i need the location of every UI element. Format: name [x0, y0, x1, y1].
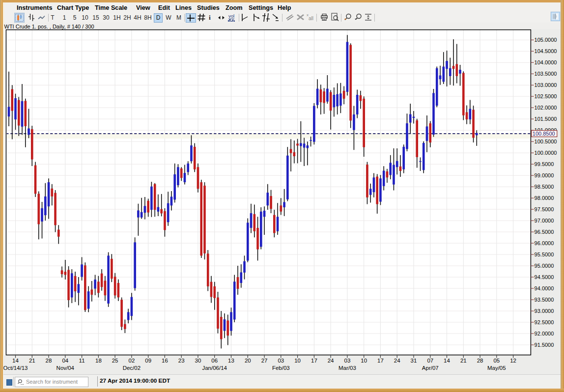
svg-text:07: 07	[427, 358, 433, 364]
svg-text:95.5000: 95.5000	[535, 252, 554, 257]
svg-text:Apr/07: Apr/07	[422, 365, 439, 371]
svg-text:17: 17	[311, 358, 317, 364]
svg-text:100.8500: 100.8500	[533, 131, 555, 137]
svg-text:21: 21	[29, 358, 35, 364]
svg-text:28: 28	[477, 358, 483, 364]
svg-text:96.5000: 96.5000	[535, 229, 554, 235]
svg-text:Jan/06/14: Jan/06/14	[202, 365, 227, 371]
svg-text:92.5000: 92.5000	[535, 319, 554, 325]
svg-text:92.0000: 92.0000	[535, 331, 554, 336]
svg-text:14: 14	[12, 358, 19, 364]
svg-text:95.0000: 95.0000	[535, 263, 554, 269]
svg-text:10: 10	[361, 358, 367, 364]
svg-text:94.5000: 94.5000	[535, 274, 554, 280]
svg-text:Feb/03: Feb/03	[272, 365, 290, 371]
svg-text:93.5000: 93.5000	[535, 297, 554, 303]
svg-text:24: 24	[394, 358, 400, 364]
svg-text:94.0000: 94.0000	[535, 285, 554, 291]
svg-text:103.0000: 103.0000	[535, 82, 557, 88]
svg-text:02: 02	[129, 358, 135, 364]
svg-text:10: 10	[294, 358, 301, 364]
svg-text:99.0000: 99.0000	[535, 172, 554, 178]
svg-text:100.5000: 100.5000	[535, 139, 557, 144]
svg-text:Dec/02: Dec/02	[123, 365, 141, 371]
svg-text:18: 18	[95, 358, 102, 364]
svg-text:98.5000: 98.5000	[535, 184, 554, 190]
svg-text:31: 31	[411, 358, 417, 364]
svg-text:103.5000: 103.5000	[535, 71, 557, 77]
svg-text:97.5000: 97.5000	[535, 206, 554, 212]
svg-text:97.0000: 97.0000	[535, 218, 554, 224]
svg-text:24: 24	[328, 358, 334, 364]
svg-text:09: 09	[145, 358, 151, 364]
svg-text:23: 23	[178, 358, 185, 364]
svg-text:27: 27	[261, 358, 268, 364]
svg-text:104.0000: 104.0000	[535, 59, 557, 65]
svg-text:11: 11	[79, 358, 85, 364]
svg-text:May/05: May/05	[487, 365, 506, 371]
svg-text:28: 28	[46, 358, 52, 364]
svg-text:101.5000: 101.5000	[535, 116, 557, 122]
svg-text:03: 03	[344, 358, 351, 364]
svg-text:05: 05	[493, 358, 500, 364]
svg-text:96.0000: 96.0000	[535, 240, 554, 246]
svg-text:13: 13	[228, 358, 234, 364]
svg-text:21: 21	[460, 358, 467, 364]
svg-text:105.0000: 105.0000	[535, 37, 557, 43]
svg-text:03: 03	[278, 358, 284, 364]
svg-text:12: 12	[510, 358, 516, 364]
svg-text:99.5000: 99.5000	[535, 161, 554, 167]
svg-text:98.0000: 98.0000	[535, 195, 554, 201]
svg-text:14: 14	[444, 358, 450, 364]
svg-text:20: 20	[245, 358, 251, 364]
svg-text:30: 30	[195, 358, 201, 364]
svg-text:Mar/03: Mar/03	[338, 365, 356, 371]
svg-text:Oct/14/13: Oct/14/13	[3, 365, 28, 371]
svg-text:Nov/04: Nov/04	[56, 365, 75, 371]
svg-text:25: 25	[112, 358, 118, 364]
svg-text:102.5000: 102.5000	[535, 93, 557, 99]
svg-text:91.5000: 91.5000	[535, 342, 554, 348]
svg-text:102.0000: 102.0000	[535, 105, 557, 111]
svg-text:04: 04	[62, 358, 68, 364]
svg-text:06: 06	[211, 358, 218, 364]
svg-text:100.0000: 100.0000	[535, 150, 557, 156]
svg-text:104.5000: 104.5000	[535, 48, 557, 54]
svg-text:16: 16	[162, 358, 168, 364]
svg-text:17: 17	[377, 358, 384, 364]
svg-text:93.0000: 93.0000	[535, 308, 554, 314]
